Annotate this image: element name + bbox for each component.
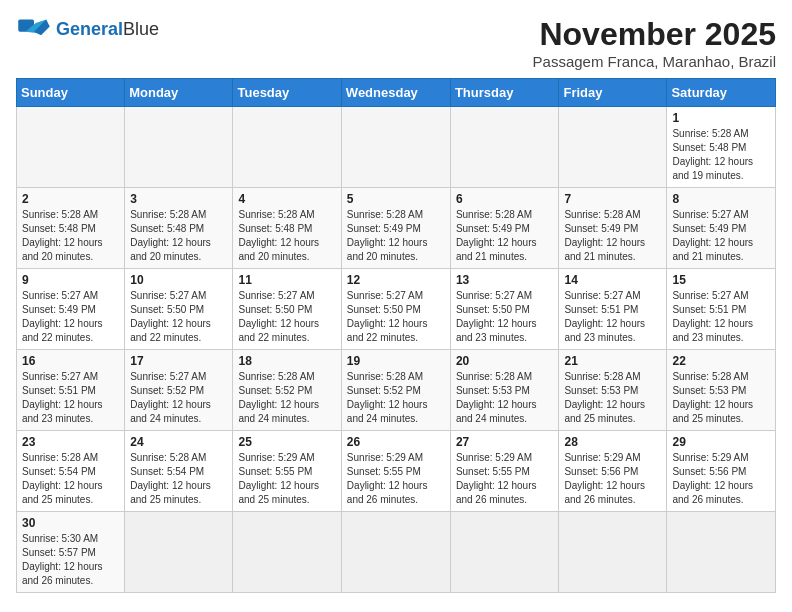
day-number: 29 <box>672 435 770 449</box>
day-of-week-header: Thursday <box>450 79 559 107</box>
day-number: 12 <box>347 273 445 287</box>
day-number: 2 <box>22 192 119 206</box>
day-number: 1 <box>672 111 770 125</box>
calendar-day-cell: 16Sunrise: 5:27 AM Sunset: 5:51 PM Dayli… <box>17 350 125 431</box>
day-of-week-header: Sunday <box>17 79 125 107</box>
day-info: Sunrise: 5:28 AM Sunset: 5:53 PM Dayligh… <box>456 370 554 426</box>
logo-general: General <box>56 19 123 39</box>
calendar-day-cell <box>341 107 450 188</box>
day-number: 26 <box>347 435 445 449</box>
day-info: Sunrise: 5:28 AM Sunset: 5:49 PM Dayligh… <box>564 208 661 264</box>
logo: GeneralBlue <box>16 16 159 44</box>
page-header: GeneralBlue November 2025 Passagem Franc… <box>16 16 776 70</box>
calendar-day-cell: 18Sunrise: 5:28 AM Sunset: 5:52 PM Dayli… <box>233 350 341 431</box>
calendar-day-cell: 19Sunrise: 5:28 AM Sunset: 5:52 PM Dayli… <box>341 350 450 431</box>
day-info: Sunrise: 5:28 AM Sunset: 5:54 PM Dayligh… <box>22 451 119 507</box>
calendar-day-cell: 25Sunrise: 5:29 AM Sunset: 5:55 PM Dayli… <box>233 431 341 512</box>
day-info: Sunrise: 5:28 AM Sunset: 5:48 PM Dayligh… <box>238 208 335 264</box>
calendar-day-cell: 7Sunrise: 5:28 AM Sunset: 5:49 PM Daylig… <box>559 188 667 269</box>
calendar-week-row: 1Sunrise: 5:28 AM Sunset: 5:48 PM Daylig… <box>17 107 776 188</box>
calendar-day-cell: 28Sunrise: 5:29 AM Sunset: 5:56 PM Dayli… <box>559 431 667 512</box>
calendar-day-cell: 17Sunrise: 5:27 AM Sunset: 5:52 PM Dayli… <box>125 350 233 431</box>
calendar-day-cell: 24Sunrise: 5:28 AM Sunset: 5:54 PM Dayli… <box>125 431 233 512</box>
day-info: Sunrise: 5:29 AM Sunset: 5:55 PM Dayligh… <box>238 451 335 507</box>
day-of-week-header: Wednesday <box>341 79 450 107</box>
day-number: 24 <box>130 435 227 449</box>
calendar-day-cell: 20Sunrise: 5:28 AM Sunset: 5:53 PM Dayli… <box>450 350 559 431</box>
location-title: Passagem Franca, Maranhao, Brazil <box>533 53 776 70</box>
day-info: Sunrise: 5:28 AM Sunset: 5:52 PM Dayligh… <box>347 370 445 426</box>
day-info: Sunrise: 5:29 AM Sunset: 5:56 PM Dayligh… <box>672 451 770 507</box>
day-info: Sunrise: 5:27 AM Sunset: 5:50 PM Dayligh… <box>347 289 445 345</box>
calendar-day-cell: 26Sunrise: 5:29 AM Sunset: 5:55 PM Dayli… <box>341 431 450 512</box>
day-number: 10 <box>130 273 227 287</box>
day-of-week-header: Friday <box>559 79 667 107</box>
day-info: Sunrise: 5:27 AM Sunset: 5:50 PM Dayligh… <box>130 289 227 345</box>
calendar-week-row: 2Sunrise: 5:28 AM Sunset: 5:48 PM Daylig… <box>17 188 776 269</box>
calendar-day-cell <box>233 512 341 593</box>
day-of-week-header: Tuesday <box>233 79 341 107</box>
day-info: Sunrise: 5:28 AM Sunset: 5:54 PM Dayligh… <box>130 451 227 507</box>
day-info: Sunrise: 5:27 AM Sunset: 5:50 PM Dayligh… <box>238 289 335 345</box>
calendar-day-cell <box>559 512 667 593</box>
day-number: 14 <box>564 273 661 287</box>
logo-icon <box>16 16 52 44</box>
calendar-day-cell <box>450 107 559 188</box>
day-info: Sunrise: 5:30 AM Sunset: 5:57 PM Dayligh… <box>22 532 119 588</box>
day-info: Sunrise: 5:28 AM Sunset: 5:52 PM Dayligh… <box>238 370 335 426</box>
day-info: Sunrise: 5:27 AM Sunset: 5:49 PM Dayligh… <box>22 289 119 345</box>
calendar-day-cell: 21Sunrise: 5:28 AM Sunset: 5:53 PM Dayli… <box>559 350 667 431</box>
calendar-week-row: 23Sunrise: 5:28 AM Sunset: 5:54 PM Dayli… <box>17 431 776 512</box>
calendar-day-cell: 22Sunrise: 5:28 AM Sunset: 5:53 PM Dayli… <box>667 350 776 431</box>
calendar-day-cell: 2Sunrise: 5:28 AM Sunset: 5:48 PM Daylig… <box>17 188 125 269</box>
calendar-day-cell: 27Sunrise: 5:29 AM Sunset: 5:55 PM Dayli… <box>450 431 559 512</box>
day-number: 4 <box>238 192 335 206</box>
calendar-day-cell: 13Sunrise: 5:27 AM Sunset: 5:50 PM Dayli… <box>450 269 559 350</box>
title-block: November 2025 Passagem Franca, Maranhao,… <box>533 16 776 70</box>
day-number: 6 <box>456 192 554 206</box>
calendar-week-row: 16Sunrise: 5:27 AM Sunset: 5:51 PM Dayli… <box>17 350 776 431</box>
day-info: Sunrise: 5:27 AM Sunset: 5:50 PM Dayligh… <box>456 289 554 345</box>
day-number: 27 <box>456 435 554 449</box>
day-info: Sunrise: 5:27 AM Sunset: 5:49 PM Dayligh… <box>672 208 770 264</box>
day-info: Sunrise: 5:28 AM Sunset: 5:48 PM Dayligh… <box>672 127 770 183</box>
day-number: 8 <box>672 192 770 206</box>
day-of-week-header: Monday <box>125 79 233 107</box>
day-info: Sunrise: 5:27 AM Sunset: 5:51 PM Dayligh… <box>564 289 661 345</box>
day-number: 15 <box>672 273 770 287</box>
day-number: 28 <box>564 435 661 449</box>
calendar-day-cell: 6Sunrise: 5:28 AM Sunset: 5:49 PM Daylig… <box>450 188 559 269</box>
calendar-day-cell: 23Sunrise: 5:28 AM Sunset: 5:54 PM Dayli… <box>17 431 125 512</box>
day-info: Sunrise: 5:28 AM Sunset: 5:53 PM Dayligh… <box>672 370 770 426</box>
day-number: 5 <box>347 192 445 206</box>
day-number: 13 <box>456 273 554 287</box>
day-info: Sunrise: 5:29 AM Sunset: 5:55 PM Dayligh… <box>456 451 554 507</box>
day-number: 21 <box>564 354 661 368</box>
calendar-day-cell: 14Sunrise: 5:27 AM Sunset: 5:51 PM Dayli… <box>559 269 667 350</box>
calendar-day-cell: 8Sunrise: 5:27 AM Sunset: 5:49 PM Daylig… <box>667 188 776 269</box>
day-info: Sunrise: 5:28 AM Sunset: 5:49 PM Dayligh… <box>347 208 445 264</box>
calendar-day-cell: 11Sunrise: 5:27 AM Sunset: 5:50 PM Dayli… <box>233 269 341 350</box>
day-number: 18 <box>238 354 335 368</box>
calendar-week-row: 30Sunrise: 5:30 AM Sunset: 5:57 PM Dayli… <box>17 512 776 593</box>
logo-text: GeneralBlue <box>56 20 159 40</box>
day-number: 9 <box>22 273 119 287</box>
day-info: Sunrise: 5:27 AM Sunset: 5:51 PM Dayligh… <box>22 370 119 426</box>
day-number: 11 <box>238 273 335 287</box>
day-number: 7 <box>564 192 661 206</box>
calendar-day-cell: 12Sunrise: 5:27 AM Sunset: 5:50 PM Dayli… <box>341 269 450 350</box>
day-info: Sunrise: 5:28 AM Sunset: 5:48 PM Dayligh… <box>130 208 227 264</box>
calendar-day-cell: 30Sunrise: 5:30 AM Sunset: 5:57 PM Dayli… <box>17 512 125 593</box>
calendar-day-cell: 4Sunrise: 5:28 AM Sunset: 5:48 PM Daylig… <box>233 188 341 269</box>
logo-blue: Blue <box>123 19 159 39</box>
calendar-day-cell: 1Sunrise: 5:28 AM Sunset: 5:48 PM Daylig… <box>667 107 776 188</box>
calendar-day-cell: 9Sunrise: 5:27 AM Sunset: 5:49 PM Daylig… <box>17 269 125 350</box>
day-number: 23 <box>22 435 119 449</box>
day-info: Sunrise: 5:27 AM Sunset: 5:51 PM Dayligh… <box>672 289 770 345</box>
calendar-day-cell: 5Sunrise: 5:28 AM Sunset: 5:49 PM Daylig… <box>341 188 450 269</box>
month-title: November 2025 <box>533 16 776 53</box>
calendar-day-cell <box>233 107 341 188</box>
day-number: 17 <box>130 354 227 368</box>
calendar-day-cell: 15Sunrise: 5:27 AM Sunset: 5:51 PM Dayli… <box>667 269 776 350</box>
calendar-day-cell <box>17 107 125 188</box>
